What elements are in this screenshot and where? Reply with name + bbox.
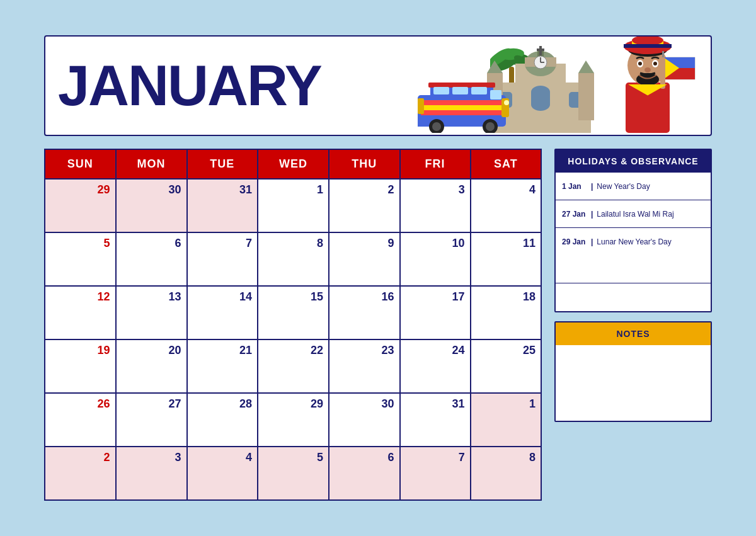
- day-number: 10: [406, 237, 465, 250]
- day-number: 30: [335, 397, 394, 411]
- notes-header: NOTES: [556, 322, 711, 345]
- calendar-day: 10: [400, 232, 471, 286]
- day-number: 18: [476, 290, 536, 304]
- holidays-header: HOLIDAYS & OBSERVANCE: [556, 150, 711, 173]
- holiday-name: Lailatul Isra Wal Mi Raj: [597, 210, 673, 219]
- day-number: 9: [335, 237, 394, 250]
- svg-rect-21: [578, 73, 594, 120]
- calendar-wrapper: SUN MON TUE WED THU FRI SAT 293031123456…: [44, 149, 542, 501]
- svg-point-49: [653, 62, 657, 66]
- day-number: 21: [193, 344, 252, 357]
- svg-point-38: [504, 100, 509, 105]
- calendar-day: 18: [471, 286, 541, 339]
- notes-box: NOTES: [554, 321, 712, 422]
- calendar-table: SUN MON TUE WED THU FRI SAT 293031123456…: [44, 149, 542, 501]
- calendar-day: 15: [258, 286, 329, 339]
- svg-point-34: [432, 122, 441, 131]
- day-number: 7: [193, 237, 252, 250]
- calendar-day: 23: [329, 339, 400, 393]
- svg-rect-32: [490, 90, 501, 100]
- calendar-day: 27: [116, 393, 187, 447]
- calendar-header-row: SUN MON TUE WED THU FRI SAT: [45, 149, 541, 179]
- day-number: 22: [263, 344, 323, 357]
- calendar-day: 5: [45, 232, 116, 286]
- day-number: 7: [406, 451, 465, 464]
- day-number: 30: [122, 183, 181, 197]
- calendar-day: 20: [116, 339, 187, 393]
- svg-rect-54: [624, 44, 672, 48]
- calendar-day: 1: [258, 179, 329, 232]
- calendar-day: 28: [187, 393, 258, 447]
- day-number: 14: [193, 290, 252, 304]
- calendar-day: 25: [471, 339, 541, 393]
- svg-rect-40: [418, 98, 424, 114]
- calendar-day: 21: [187, 339, 258, 393]
- holiday-item: 29 Jan|Lunar New Year's Day: [556, 228, 711, 256]
- holidays-box: HOLIDAYS & OBSERVANCE 1 Jan|New Year's D…: [554, 149, 712, 312]
- svg-point-59: [668, 65, 675, 71]
- day-number: 6: [122, 237, 181, 250]
- calendar-day: 30: [116, 179, 187, 232]
- calendar-day: 11: [471, 232, 541, 286]
- svg-rect-26: [421, 100, 503, 105]
- calendar-day: 5: [258, 447, 329, 500]
- month-title: JANUARY: [58, 57, 321, 114]
- day-number: 6: [335, 451, 394, 464]
- day-number: 4: [476, 183, 536, 197]
- day-number: 25: [476, 344, 536, 357]
- day-number: 29: [263, 397, 323, 411]
- svg-rect-25: [428, 83, 495, 88]
- calendar-day: 31: [187, 179, 258, 232]
- holiday-item: 1 Jan|New Year's Day: [556, 173, 711, 200]
- calendar-day: 22: [258, 339, 329, 393]
- day-number: 19: [50, 344, 110, 357]
- calendar-day: 6: [329, 447, 400, 500]
- holiday-list: 1 Jan|New Year's Day27 Jan|Lailatul Isra…: [556, 173, 711, 256]
- svg-rect-27: [421, 105, 503, 110]
- calendar-day: 19: [45, 339, 116, 393]
- calendar-week-row: 2627282930311: [45, 393, 541, 447]
- header-box: JANUARY: [44, 35, 712, 136]
- col-sun: SUN: [45, 149, 116, 179]
- calendar-day: 14: [187, 286, 258, 339]
- day-number: 2: [335, 183, 394, 197]
- calendar-day: 26: [45, 393, 116, 447]
- holiday-name: New Year's Day: [597, 182, 650, 191]
- day-number: 8: [263, 237, 323, 250]
- holiday-item: 27 Jan|Lailatul Isra Wal Mi Raj: [556, 200, 711, 228]
- calendar-day: 30: [329, 393, 400, 447]
- holiday-date: 27 Jan: [562, 210, 587, 219]
- svg-rect-31: [471, 87, 487, 94]
- svg-rect-39: [418, 115, 423, 127]
- calendar-day: 1: [471, 393, 541, 447]
- holiday-separator: |: [591, 210, 593, 219]
- calendar-week-row: 567891011: [45, 232, 541, 286]
- day-number: 1: [476, 397, 536, 411]
- calendar-day: 7: [187, 232, 258, 286]
- day-number: 5: [50, 237, 110, 250]
- calendar-body: 2930311234567891011121314151617181920212…: [45, 179, 541, 500]
- svg-marker-20: [487, 60, 503, 73]
- header-illustration: [415, 38, 698, 133]
- calendar-day: 31: [400, 393, 471, 447]
- svg-marker-22: [578, 60, 594, 73]
- day-number: 16: [335, 290, 394, 304]
- calendar-day: 2: [329, 179, 400, 232]
- calendar-day: 29: [258, 393, 329, 447]
- day-number: 26: [50, 397, 110, 411]
- calendar-day: 4: [187, 447, 258, 500]
- calendar-week-row: 19202122232425: [45, 339, 541, 393]
- calendar-week-row: 2930311234: [45, 179, 541, 232]
- day-number: 1: [263, 183, 323, 197]
- day-number: 13: [122, 290, 181, 304]
- svg-point-36: [486, 122, 495, 131]
- holiday-separator: |: [591, 237, 593, 246]
- calendar-day: 12: [45, 286, 116, 339]
- col-fri: FRI: [400, 149, 471, 179]
- svg-rect-11: [537, 48, 544, 51]
- day-number: 23: [335, 344, 394, 357]
- calendar-day: 3: [116, 447, 187, 500]
- day-number: 8: [476, 451, 536, 464]
- col-wed: WED: [258, 149, 329, 179]
- day-number: 3: [406, 183, 465, 197]
